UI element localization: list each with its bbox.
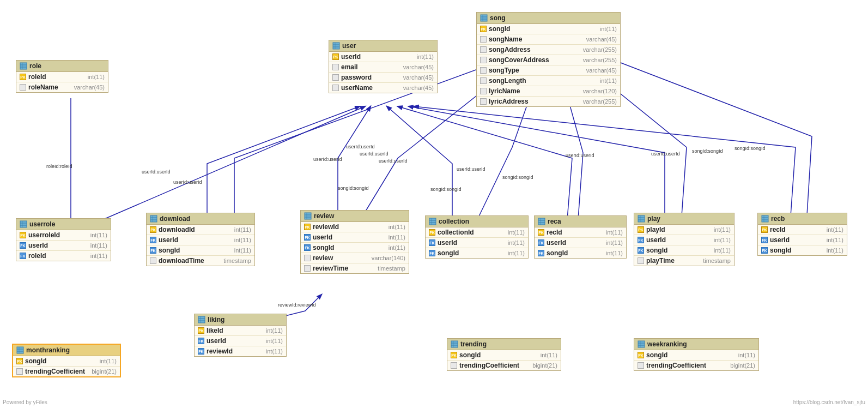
table-role-title: role (29, 62, 41, 70)
role-type-roleId: int(11) (88, 74, 105, 80)
reca-field-songId: songId (547, 249, 604, 257)
song-field-songId: songId (489, 25, 598, 33)
svg-rect-62 (17, 347, 23, 353)
reca-field-userId: userId (547, 239, 604, 247)
recb-row-userId: FK userId int(11) (758, 235, 847, 245)
collection-row-songId: FK songId int(11) (426, 248, 528, 258)
collection-field-collectionId: collectionId (438, 229, 506, 236)
field-icon (480, 77, 487, 84)
collection-row-collectionId: PK collectionId int(11) (426, 227, 528, 238)
play-type-playId: int(11) (714, 226, 731, 233)
fk-icon: FK (150, 237, 156, 243)
song-row-songAddress: songAddress varchar(255) (477, 45, 620, 55)
user-row-userName: userName varchar(45) (329, 83, 437, 93)
review-field-reviewTime: reviewTime (313, 265, 375, 272)
user-row-email: email varchar(45) (329, 62, 437, 73)
table-weekranking: weekranking PK songId int(11) trendingCo… (634, 338, 759, 371)
svg-text:userId:userId: userId:userId (379, 158, 408, 164)
pk-icon: PK (198, 327, 204, 334)
download-field-songId: songId (159, 247, 232, 254)
table-review-header: review (301, 211, 409, 222)
svg-text:userId:userId: userId:userId (457, 166, 485, 172)
download-field-downloadId: downloadId (159, 226, 232, 233)
field-icon (480, 57, 487, 63)
review-row-review: review varchar(140) (301, 253, 409, 263)
table-review: review PK reviewId int(11) FK userId int… (300, 210, 409, 274)
user-field-email: email (341, 63, 401, 71)
table-trending: trending PK songId int(11) trendingCoeff… (447, 338, 561, 371)
trending-type-trendingCoefficient: bigint(21) (532, 362, 557, 369)
svg-text:userId:userId: userId:userId (360, 151, 389, 157)
pk-icon: PK (761, 226, 768, 233)
trending-field-trendingCoefficient: trendingCoefficient (459, 362, 530, 369)
play-row-songId: FK songId int(11) (634, 245, 734, 256)
trending-row-songId: PK songId int(11) (447, 350, 561, 361)
table-collection: collection PK collectionId int(11) FK us… (425, 215, 529, 259)
review-type-review: varchar(140) (372, 255, 405, 261)
liking-row-userId: FK userId int(11) (195, 336, 286, 346)
collection-row-userId: FK userId int(11) (426, 238, 528, 248)
weekranking-field-trendingCoefficient: trendingCoefficient (646, 362, 728, 369)
song-row-songName: songName varchar(45) (477, 34, 620, 45)
reca-row-songId: FK songId int(11) (535, 248, 626, 258)
fk-icon: FK (20, 242, 26, 249)
song-type-songType: varchar(45) (586, 67, 617, 74)
table-trending-header: trending (447, 339, 561, 350)
recb-type-userId: int(11) (827, 237, 843, 243)
song-type-songId: int(11) (600, 26, 617, 32)
userrole-type-userId: int(11) (90, 242, 107, 249)
field-icon (304, 255, 311, 261)
table-reca-title: reca (548, 218, 561, 225)
field-icon (638, 257, 644, 264)
fk-icon: FK (198, 348, 204, 355)
user-type-email: varchar(45) (403, 64, 434, 70)
svg-rect-54 (762, 215, 768, 222)
table-reca: reca PK recId int(11) FK userId int(11) … (534, 215, 627, 259)
monthranking-field-songId: songId (25, 357, 98, 365)
liking-row-reviewId: FK reviewId int(11) (195, 346, 286, 356)
table-role-header: role (16, 61, 108, 72)
field-icon (480, 98, 487, 105)
field-icon (480, 36, 487, 43)
review-row-reviewTime: reviewTime timestamp (301, 263, 409, 273)
review-row-songId: FK songId int(11) (301, 243, 409, 253)
download-type-downloadTime: timestamp (223, 257, 251, 264)
svg-text:userId:userId: userId:userId (173, 179, 202, 185)
svg-text:songId:songId: songId:songId (338, 185, 369, 191)
review-row-userId: FK userId int(11) (301, 232, 409, 243)
song-field-songLength: songLength (489, 77, 598, 85)
review-type-userId: int(11) (389, 234, 405, 241)
svg-rect-18 (20, 63, 27, 69)
table-play: play PK playId int(11) FK userId int(11)… (634, 213, 735, 266)
table-user-title: user (342, 42, 356, 50)
table-userrole: userrole PK userroleId int(11) FK userId… (16, 218, 111, 261)
song-row-songType: songType varchar(45) (477, 65, 620, 76)
download-row-userId: FK userId int(11) (147, 235, 254, 245)
field-icon (304, 265, 311, 272)
pk-icon: PK (638, 226, 644, 233)
weekranking-row-trendingCoefficient: trendingCoefficient bigint(21) (634, 361, 758, 370)
play-row-userId: FK userId int(11) (634, 235, 734, 245)
table-monthranking-header: monthranking (13, 345, 120, 356)
download-field-userId: userId (159, 236, 232, 244)
field-icon (16, 368, 23, 375)
userrole-row-userId: FK userId int(11) (16, 241, 111, 251)
role-field-roleName: roleName (28, 83, 72, 91)
userrole-field-userId: userId (28, 242, 88, 249)
table-review-title: review (314, 212, 334, 220)
table-role: role PK roleId int(11) roleName varchar(… (16, 60, 108, 93)
weekranking-row-songId: PK songId int(11) (634, 350, 758, 361)
review-field-reviewId: reviewId (313, 223, 386, 231)
reca-field-recId: recId (547, 229, 604, 236)
pk-icon: PK (20, 74, 26, 80)
pk-icon: PK (638, 352, 644, 358)
pk-icon: PK (480, 26, 487, 32)
table-recb-title: recb (771, 215, 785, 223)
field-icon (332, 74, 339, 81)
svg-rect-30 (481, 15, 487, 21)
download-type-downloadId: int(11) (234, 226, 251, 233)
download-row-downloadId: PK downloadId int(11) (147, 225, 254, 235)
download-type-songId: int(11) (234, 247, 251, 254)
song-type-lyricAddress: varchar(255) (583, 98, 617, 105)
fk-icon: FK (538, 250, 544, 256)
